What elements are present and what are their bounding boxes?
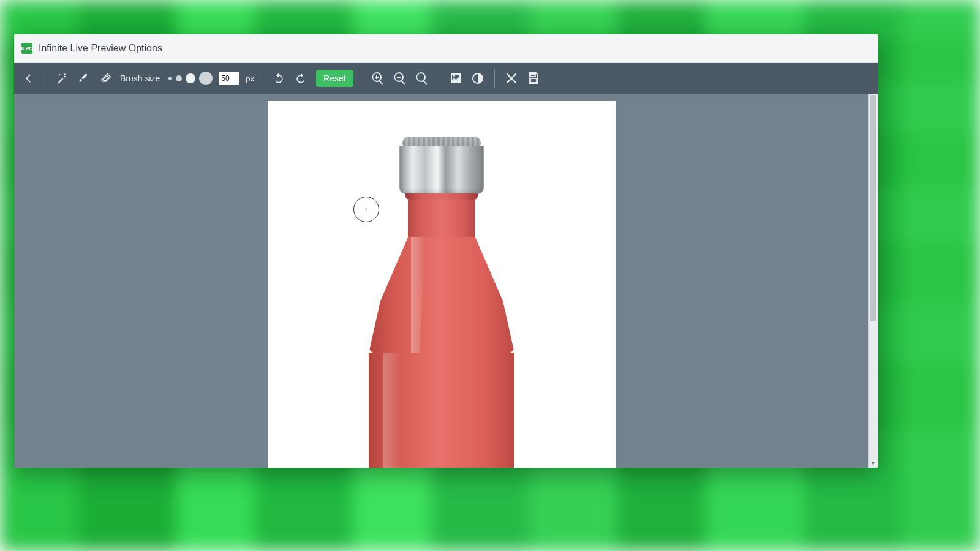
magic-wand-tool[interactable] — [53, 68, 71, 89]
title-bar: ILPO Infinite Live Preview Options — [14, 34, 878, 63]
back-button[interactable] — [19, 68, 37, 89]
scrollbar-thumb[interactable] — [870, 95, 876, 321]
redo-icon — [295, 72, 307, 84]
zoom-in-button[interactable] — [369, 68, 387, 89]
brush-size-input[interactable] — [219, 72, 239, 85]
zoom-in-icon — [371, 71, 385, 86]
contrast-icon — [470, 71, 485, 86]
eraser-tool[interactable] — [97, 68, 115, 89]
chevron-left-icon — [22, 72, 34, 84]
brush-size-presets — [168, 72, 213, 85]
brush-preset-sm[interactable] — [176, 75, 182, 81]
separator — [45, 69, 45, 88]
zoom-fit-button[interactable] — [413, 68, 431, 89]
save-button[interactable] — [524, 68, 543, 89]
app-icon: ILPO — [21, 43, 32, 54]
image-button[interactable] — [447, 68, 465, 89]
eraser-icon — [100, 72, 112, 84]
brush-icon — [78, 72, 90, 84]
magic-wand-icon — [56, 72, 68, 84]
scroll-down-arrow[interactable]: ▾ — [869, 458, 878, 468]
brush-size-label: Brush size — [120, 73, 160, 83]
close-icon — [504, 71, 519, 86]
redo-button[interactable] — [292, 68, 310, 89]
brush-preset-md[interactable] — [186, 73, 195, 83]
editor-viewport[interactable]: ▾ — [14, 94, 878, 468]
px-label: px — [246, 74, 254, 83]
app-icon-text: ILPO — [21, 45, 33, 51]
image-icon — [448, 71, 463, 86]
save-icon — [526, 71, 541, 86]
canvas[interactable] — [268, 101, 616, 468]
separator — [262, 69, 262, 88]
window-title: Infinite Live Preview Options — [39, 43, 162, 54]
separator — [361, 69, 361, 88]
separator — [439, 69, 439, 88]
vertical-scrollbar[interactable]: ▾ — [868, 94, 878, 468]
contrast-button[interactable] — [469, 68, 487, 89]
brush-preset-lg[interactable] — [199, 72, 213, 85]
reset-button[interactable]: Reset — [316, 70, 353, 87]
undo-button[interactable] — [270, 68, 288, 89]
brush-preset-xs[interactable] — [168, 77, 172, 80]
brush-tool[interactable] — [75, 68, 93, 89]
zoom-out-icon — [393, 71, 407, 86]
close-button[interactable] — [502, 68, 521, 89]
undo-icon — [273, 72, 285, 84]
app-window: ILPO Infinite Live Preview Options Brush… — [14, 34, 878, 468]
zoom-out-button[interactable] — [391, 68, 409, 89]
toolbar: Brush size px Reset — [14, 63, 878, 94]
magnifier-icon — [415, 71, 429, 86]
product-image — [369, 137, 514, 468]
separator — [494, 69, 495, 88]
